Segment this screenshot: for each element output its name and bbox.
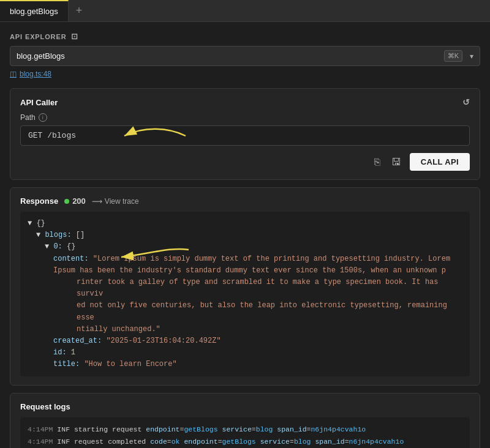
keyboard-shortcut-hint: ⌘K	[444, 50, 462, 62]
cmd-key: ⌘K	[448, 52, 459, 60]
active-tab[interactable]: blog.getBlogs	[0, 0, 69, 21]
json-content-line-2: rinter took a galley of type and scrambl…	[28, 277, 462, 300]
view-trace-button[interactable]: ⟿ View trace	[92, 197, 139, 206]
save-button[interactable]: 🖫	[389, 154, 404, 170]
json-blogs-toggle[interactable]: ▼	[36, 231, 40, 239]
view-trace-label: View trace	[105, 197, 139, 206]
copy-button[interactable]: ⎘	[372, 154, 383, 170]
path-label-text: Path	[20, 113, 36, 122]
json-item0-line: ▼ 0: {}	[28, 241, 462, 253]
json-title-line: title: "How to learn Encore"	[28, 359, 462, 370]
file-link[interactable]: ◫ blog.ts:48	[10, 70, 480, 78]
json-content-line-3: ed not only five centuries, but also the…	[28, 300, 462, 323]
path-input-container: GET /blogs	[20, 125, 470, 146]
json-item0-toggle[interactable]: ▼	[45, 242, 49, 251]
api-explorer-header: API EXPLORER ⊡	[10, 32, 480, 41]
json-created-at-line: created_at: "2025-01-23T16:04:20.492Z"	[28, 335, 462, 347]
add-tab-button[interactable]: +	[69, 0, 90, 21]
call-api-button[interactable]: CALL API	[410, 153, 470, 171]
api-explorer-icon: ⊡	[71, 32, 78, 41]
request-logs-panel: Request logs 4:14PM INF starting request…	[10, 393, 480, 448]
log-entries: 4:14PM INF starting request endpoint=get…	[20, 417, 470, 448]
api-explorer-label: API EXPLORER	[10, 33, 66, 40]
file-icon: ◫	[10, 70, 17, 78]
main-content: API EXPLORER ⊡ blog.getBlogs ⌘K ▾ ◫ blog…	[0, 22, 490, 448]
refresh-icon[interactable]: ↺	[462, 97, 470, 107]
trace-icon: ⟿	[92, 197, 102, 206]
info-icon: i	[39, 113, 47, 122]
log-entry-0: 4:14PM INF starting request endpoint=get…	[28, 424, 462, 436]
status-dot	[64, 199, 69, 204]
json-blogs-line: ▼ blogs: []	[28, 230, 462, 241]
json-viewer-container: ▼ {} ▼ blogs: [] ▼ 0: {} content: "Lorem…	[20, 212, 470, 376]
json-content-line: content: "Lorem Ipsum is simply dummy te…	[28, 253, 462, 277]
status-badge: 200	[64, 196, 86, 206]
path-input[interactable]: GET /blogs	[20, 125, 470, 146]
action-row: ⎘ 🖫 CALL API	[20, 153, 470, 171]
path-value: GET /blogs	[28, 131, 76, 140]
status-code: 200	[72, 196, 86, 206]
request-logs-title: Request logs	[20, 402, 470, 411]
api-explorer-section: API EXPLORER ⊡ blog.getBlogs ⌘K ▾ ◫ blog…	[10, 32, 480, 81]
api-caller-panel: API Caller ↺ Path i GET /blogs ⎘	[10, 88, 480, 180]
api-caller-title-row: API Caller ↺	[20, 97, 470, 107]
path-label-row: Path i	[20, 113, 470, 122]
json-content-line-4: ntially unchanged."	[28, 324, 462, 335]
json-root-toggle[interactable]: ▼	[28, 219, 32, 228]
json-viewer: ▼ {} ▼ blogs: [] ▼ 0: {} content: "Lorem…	[20, 212, 470, 376]
response-panel: Response 200 ⟿ View trace ▼ {} ▼ blogs:	[10, 187, 480, 386]
tab-label: blog.getBlogs	[10, 7, 58, 16]
tab-bar: blog.getBlogs +	[0, 0, 490, 22]
json-id-line: id: 1	[28, 347, 462, 359]
response-title: Response	[20, 196, 58, 206]
json-root-line: ▼ {}	[28, 218, 462, 230]
file-path: blog.ts:48	[20, 70, 51, 78]
api-search-value: blog.getBlogs	[17, 51, 439, 61]
response-header: Response 200 ⟿ View trace	[20, 196, 470, 206]
log-entry-1: 4:14PM INF request completed code=ok end…	[28, 436, 462, 448]
api-caller-title: API Caller	[20, 98, 58, 107]
chevron-down-icon: ▾	[470, 52, 473, 61]
api-search-bar[interactable]: blog.getBlogs ⌘K ▾	[10, 46, 480, 66]
